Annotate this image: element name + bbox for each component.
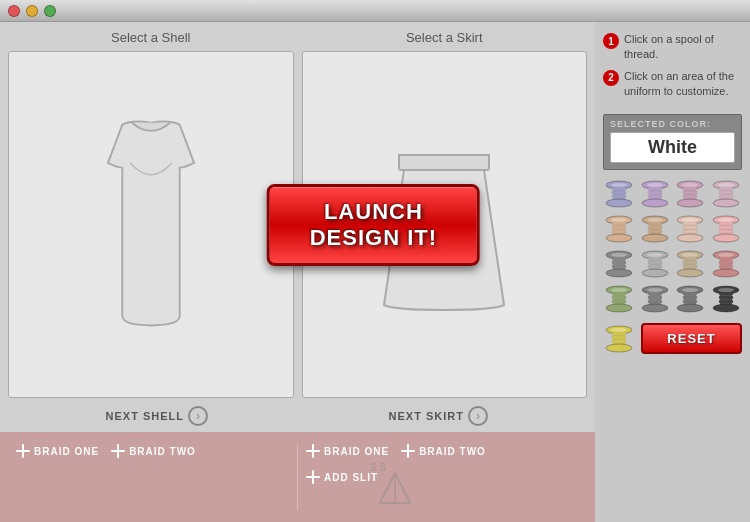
launch-design-button[interactable]: Launch Design It!: [267, 184, 480, 266]
svg-point-44: [642, 234, 668, 242]
selected-color-label: SELECTED COLOR:: [610, 119, 735, 129]
svg-rect-106: [683, 300, 697, 303]
svg-rect-83: [719, 257, 733, 260]
svg-rect-78: [683, 265, 697, 268]
instructions: 1 Click on a spool of thread. 2 Click on…: [603, 32, 742, 106]
spool-13[interactable]: [639, 283, 671, 315]
svg-point-9: [606, 199, 632, 207]
instruction-num-2: 2: [603, 70, 619, 86]
svg-rect-99: [648, 300, 662, 303]
svg-point-45: [647, 218, 663, 222]
svg-text:S    S: S S: [370, 462, 386, 473]
launch-overlay: Launch Design It!: [267, 184, 480, 266]
instruction-num-1: 1: [603, 33, 619, 49]
svg-rect-71: [648, 265, 662, 268]
svg-rect-15: [648, 195, 662, 198]
svg-point-100: [642, 304, 668, 312]
shell-display[interactable]: [8, 51, 294, 398]
svg-rect-113: [719, 300, 733, 303]
svg-point-23: [677, 199, 703, 207]
svg-point-10: [611, 183, 627, 187]
svg-rect-76: [683, 257, 697, 260]
right-panel: 1 Click on a spool of thread. 2 Click on…: [595, 22, 750, 522]
svg-point-66: [611, 253, 627, 257]
plus-icon-5: [306, 470, 320, 484]
svg-rect-56: [719, 226, 733, 229]
skirt-title: Select a Skirt: [406, 30, 483, 45]
shell-title: Select a Shell: [111, 30, 191, 45]
svg-point-121: [606, 344, 632, 352]
svg-rect-48: [683, 222, 697, 225]
spool-1[interactable]: [639, 178, 671, 210]
spool-0[interactable]: [603, 178, 635, 210]
reset-row: RESET: [603, 323, 742, 355]
minimize-button[interactable]: [26, 5, 38, 17]
spool-15[interactable]: [710, 283, 742, 315]
svg-point-94: [611, 288, 627, 292]
spool-3[interactable]: [710, 178, 742, 210]
spool-9[interactable]: [639, 248, 671, 280]
svg-rect-55: [719, 222, 733, 225]
spool-grid: [603, 178, 742, 315]
svg-point-37: [606, 234, 632, 242]
next-buttons-row: NEXT SHELL › NEXT SKIRT ›: [0, 402, 595, 432]
spool-8[interactable]: [603, 248, 635, 280]
next-skirt-label: NEXT SKIRT: [389, 410, 464, 422]
spool-11[interactable]: [710, 248, 742, 280]
svg-point-38: [611, 218, 627, 222]
svg-rect-28: [719, 191, 733, 194]
next-skirt-arrow: ›: [468, 406, 488, 426]
main-area: Select a Shell Select a Skirt: [0, 22, 750, 522]
spool-5[interactable]: [639, 213, 671, 245]
launch-btn-text: Launch Design It!: [310, 199, 437, 250]
spool-2[interactable]: [674, 178, 706, 210]
garment-panels: Select a Shell Select a Skirt: [0, 22, 595, 398]
svg-point-72: [642, 269, 668, 277]
svg-rect-64: [612, 265, 626, 268]
spool-4[interactable]: [603, 213, 635, 245]
reset-button[interactable]: RESET: [641, 323, 742, 354]
svg-point-65: [606, 269, 632, 277]
spool-14[interactable]: [674, 283, 706, 315]
plus-icon-2: [111, 444, 125, 458]
spool-12[interactable]: [603, 283, 635, 315]
shell-svg: [71, 115, 231, 335]
close-button[interactable]: [8, 5, 20, 17]
maximize-button[interactable]: [44, 5, 56, 17]
spool-6[interactable]: [674, 213, 706, 245]
svg-rect-21: [683, 191, 697, 194]
skirt-display[interactable]: Launch Design It!: [302, 51, 588, 398]
braid-one-left-btn[interactable]: BRAID ONE: [16, 444, 99, 458]
svg-point-51: [677, 234, 703, 242]
svg-rect-42: [648, 226, 662, 229]
svg-rect-98: [648, 296, 662, 299]
svg-point-31: [718, 183, 734, 187]
toolbar-divider: [297, 444, 298, 510]
add-slit-btn[interactable]: ADD SLIT: [306, 470, 579, 484]
braid-two-left-btn[interactable]: BRAID TWO: [111, 444, 196, 458]
selected-color-box: SELECTED COLOR: White: [603, 114, 742, 170]
svg-rect-62: [612, 257, 626, 260]
shell-panel: Select a Shell: [8, 30, 294, 398]
svg-point-122: [611, 328, 627, 332]
svg-rect-0: [399, 155, 489, 170]
instruction-text-1: Click on a spool of thread.: [624, 32, 742, 63]
spool-10[interactable]: [674, 248, 706, 280]
svg-rect-36: [612, 230, 626, 233]
toolbar-left: BRAID ONE BRAID TWO: [16, 444, 289, 458]
reset-spool[interactable]: [603, 323, 635, 355]
instruction-1: 1 Click on a spool of thread.: [603, 32, 742, 63]
skirt-panel: Select a Skirt Launch Design It!: [302, 30, 588, 398]
svg-rect-29: [719, 195, 733, 198]
selected-color-value: White: [610, 132, 735, 163]
svg-rect-22: [683, 195, 697, 198]
svg-point-115: [718, 288, 734, 292]
next-shell-btn[interactable]: NEXT SHELL ›: [16, 406, 298, 426]
svg-point-79: [677, 269, 703, 277]
svg-rect-118: [612, 332, 626, 335]
svg-point-30: [713, 199, 739, 207]
next-skirt-btn[interactable]: NEXT SKIRT ›: [298, 406, 580, 426]
left-content: Select a Shell Select a Skirt: [0, 22, 595, 522]
spool-7[interactable]: [710, 213, 742, 245]
svg-rect-92: [612, 300, 626, 303]
